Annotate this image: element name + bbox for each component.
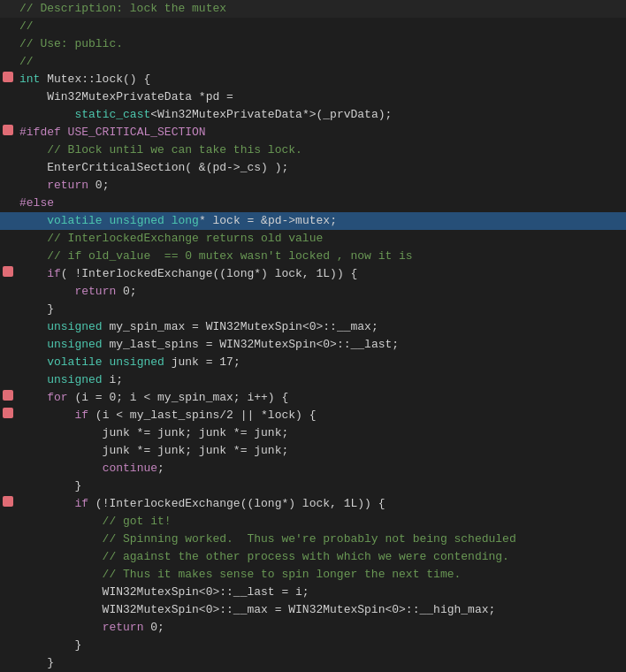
token: WIN32MutexSpin<0>::__last = i;	[19, 585, 309, 599]
token: return	[74, 285, 116, 298]
line-gutter	[0, 106, 16, 107]
line-content: unsigned i;	[16, 371, 626, 389]
code-line: #ifdef USE_CRITICAL_SECTION	[0, 124, 626, 141]
line-content: }	[16, 637, 626, 654]
token	[19, 338, 47, 351]
line-content: }	[16, 301, 626, 318]
line-gutter	[0, 301, 16, 302]
line-gutter	[0, 230, 16, 231]
token	[19, 267, 47, 280]
token: }	[19, 656, 54, 669]
line-content: //	[16, 53, 626, 71]
line-content: WIN32MutexSpin<0>::__max = WIN32MutexSpi…	[16, 601, 626, 619]
code-line: junk *= junk; junk *= junk;	[0, 424, 626, 442]
code-line: if( !InterlockedExchange((long*) lock, 1…	[0, 265, 626, 283]
token: }	[19, 638, 81, 652]
token	[19, 108, 74, 121]
line-content: EnterCriticalSection( &(pd->_cs) );	[16, 159, 626, 177]
token: junk = 17;	[164, 355, 240, 369]
breakpoint-marker[interactable]	[3, 408, 13, 418]
code-line: }	[0, 654, 626, 672]
breakpoint-marker[interactable]	[3, 496, 13, 507]
token	[19, 373, 47, 386]
code-line: junk *= junk; junk *= junk;	[0, 442, 626, 460]
token: // InterlockedExchange returns old value	[19, 232, 323, 245]
line-content: for (i = 0; i < my_spin_max; i++) {	[16, 389, 626, 407]
token	[19, 355, 47, 369]
token: unsigned	[47, 338, 102, 351]
token: #ifdef	[19, 126, 61, 139]
line-content: unsigned my_last_spins = WIN32MutexSpin<…	[16, 336, 626, 354]
line-content: }	[16, 477, 626, 495]
token: 0;	[143, 621, 164, 634]
token	[164, 214, 172, 227]
line-content: // against the other process with which …	[16, 548, 626, 566]
code-line: if (i < my_last_spins/2 || *lock) {	[0, 407, 626, 424]
breakpoint-marker[interactable]	[3, 266, 13, 277]
token: EnterCriticalSection( &(pd->_cs) );	[19, 161, 288, 174]
code-line: unsigned my_last_spins = WIN32MutexSpin<…	[0, 336, 626, 354]
line-gutter	[0, 283, 16, 284]
token: (i < my_last_spins/2 || *lock) {	[88, 409, 316, 422]
code-line: return 0;	[0, 177, 626, 195]
token: // Use: public.	[19, 37, 123, 50]
line-content: // Spinning worked. Thus we're probably …	[16, 531, 626, 548]
line-gutter	[0, 548, 16, 549]
breakpoint-marker[interactable]	[3, 72, 13, 82]
token: if	[74, 409, 88, 422]
token: junk *= junk; junk *= junk;	[19, 444, 288, 457]
line-gutter	[0, 71, 16, 82]
line-content: WIN32MutexSpin<0>::__last = i;	[16, 584, 626, 601]
line-gutter	[0, 584, 16, 584]
line-gutter	[0, 654, 16, 655]
code-line: //	[0, 53, 626, 71]
line-content: static_cast<Win32MutexPrivateData*>(_prv…	[16, 106, 626, 124]
line-gutter	[0, 442, 16, 443]
token: 0;	[88, 179, 109, 192]
line-content: continue;	[16, 460, 626, 477]
token: // Block until we can take this lock.	[19, 143, 302, 157]
line-gutter	[0, 159, 16, 160]
line-gutter	[0, 531, 16, 531]
token: // Spinning worked. Thus we're probably …	[19, 532, 516, 546]
token: //	[19, 55, 34, 68]
token: continue	[103, 462, 157, 475]
line-content: unsigned my_spin_max = WIN32MutexSpin<0>…	[16, 318, 626, 336]
token: ;	[157, 462, 164, 475]
code-line: static_cast<Win32MutexPrivateData*>(_prv…	[0, 106, 626, 124]
token	[19, 409, 74, 422]
line-content: // Description: lock the mutex	[16, 0, 626, 18]
code-line: // InterlockedExchange returns old value	[0, 230, 626, 248]
token: volatile	[47, 214, 102, 227]
code-editor: // Description: lock the mutex//// Use: …	[0, 0, 626, 672]
token: // Description: lock the mutex	[19, 2, 226, 15]
line-gutter	[0, 248, 16, 248]
line-gutter	[0, 354, 16, 355]
line-gutter	[0, 371, 16, 372]
line-content: Win32MutexPrivateData *pd =	[16, 88, 626, 106]
token: my_last_spins = WIN32MutexSpin<0>::__las…	[103, 338, 399, 351]
code-line: if (!InterlockedExchange((long*) lock, 1…	[0, 495, 626, 513]
breakpoint-marker[interactable]	[3, 125, 13, 135]
token	[19, 391, 47, 404]
token	[19, 462, 103, 475]
line-content: junk *= junk; junk *= junk;	[16, 442, 626, 460]
token: i;	[103, 373, 123, 386]
line-content: junk *= junk; junk *= junk;	[16, 424, 626, 442]
line-gutter	[0, 460, 16, 461]
token: if	[47, 267, 61, 280]
token: // if old_value == 0 mutex wasn't locked…	[19, 249, 413, 263]
line-content: #ifdef USE_CRITICAL_SECTION	[16, 124, 626, 141]
line-gutter	[0, 495, 16, 507]
breakpoint-marker[interactable]	[3, 390, 13, 401]
token: unsigned	[47, 373, 102, 386]
line-content: volatile unsigned long* lock = &pd->mute…	[16, 212, 626, 230]
line-gutter	[0, 265, 16, 277]
token: }	[19, 302, 54, 316]
line-gutter	[0, 601, 16, 602]
code-line: }	[0, 301, 626, 318]
line-content: // InterlockedExchange returns old value	[16, 230, 626, 248]
code-line: // Description: lock the mutex	[0, 0, 626, 18]
token	[19, 285, 74, 298]
line-content: // if old_value == 0 mutex wasn't locked…	[16, 248, 626, 265]
